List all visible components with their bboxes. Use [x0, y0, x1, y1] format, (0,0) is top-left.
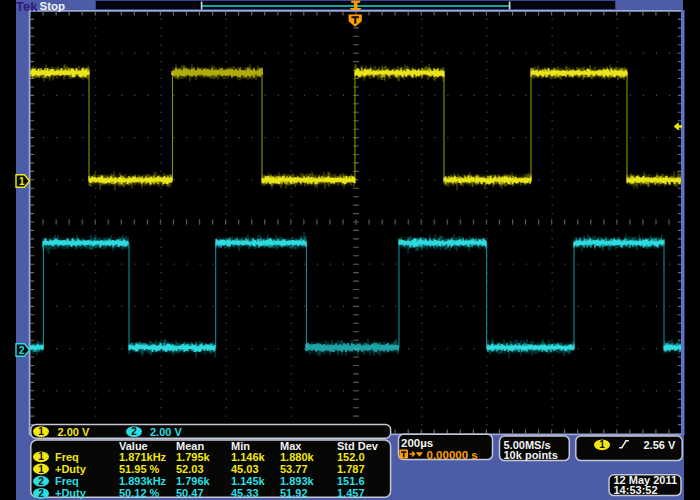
svg-text:1: 1: [19, 176, 25, 187]
svg-text:2: 2: [38, 488, 44, 499]
svg-text:2.56 V: 2.56 V: [644, 439, 676, 451]
svg-text:Tek: Tek: [16, 0, 38, 14]
svg-text:151.6: 151.6: [337, 475, 365, 487]
svg-text:Freq: Freq: [55, 451, 79, 463]
svg-text:1.146k: 1.146k: [231, 451, 266, 463]
svg-text:+Duty: +Duty: [55, 487, 87, 499]
svg-text:2.00 V: 2.00 V: [150, 426, 182, 438]
svg-text:1.457: 1.457: [337, 487, 365, 499]
svg-text:+Duty: +Duty: [55, 463, 87, 475]
svg-text:51.95 %: 51.95 %: [119, 463, 160, 475]
svg-text:51.92: 51.92: [280, 487, 308, 499]
svg-text:52.03: 52.03: [176, 463, 204, 475]
svg-text:53.77: 53.77: [280, 463, 308, 475]
svg-text:1.893k: 1.893k: [280, 475, 315, 487]
svg-text:1: 1: [38, 464, 44, 475]
svg-text:2: 2: [19, 345, 25, 356]
svg-text:1.893kHz: 1.893kHz: [119, 475, 167, 487]
svg-text:1.787: 1.787: [337, 463, 365, 475]
svg-text:50.12 %: 50.12 %: [119, 487, 160, 499]
svg-text:50.47: 50.47: [176, 487, 204, 499]
svg-text:1.796k: 1.796k: [176, 475, 211, 487]
svg-text:1.145k: 1.145k: [231, 475, 266, 487]
svg-text:10k points: 10k points: [504, 449, 558, 461]
svg-text:152.0: 152.0: [337, 451, 365, 463]
svg-text:45.33: 45.33: [231, 487, 259, 499]
svg-text:1: 1: [599, 439, 605, 450]
svg-text:1.880k: 1.880k: [280, 451, 315, 463]
svg-text:2: 2: [38, 476, 44, 487]
svg-text:Freq: Freq: [55, 475, 79, 487]
svg-text:0.00000 s: 0.00000 s: [427, 449, 478, 461]
svg-text:1.871kHz: 1.871kHz: [119, 451, 167, 463]
svg-text:1: 1: [38, 451, 44, 462]
svg-text:Stop: Stop: [40, 0, 66, 12]
svg-text:1: 1: [38, 426, 44, 437]
svg-text:14:53:52: 14:53:52: [614, 484, 658, 496]
svg-text:2.00 V: 2.00 V: [58, 426, 90, 438]
svg-text:45.03: 45.03: [231, 463, 259, 475]
svg-text:200µs: 200µs: [401, 437, 433, 449]
svg-text:2: 2: [131, 426, 137, 437]
svg-text:1.795k: 1.795k: [176, 451, 211, 463]
